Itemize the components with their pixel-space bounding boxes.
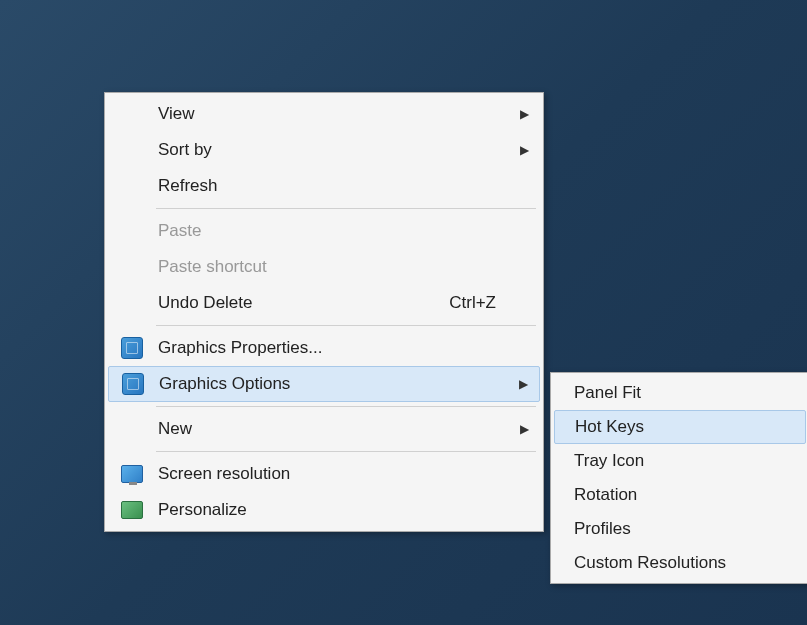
menu-label: Personalize <box>152 500 516 520</box>
menu-separator <box>156 208 536 209</box>
menu-item-graphics-options[interactable]: Graphics Options ▶ <box>108 366 540 402</box>
menu-label: Tray Icon <box>574 451 798 471</box>
submenu-item-tray-icon[interactable]: Tray Icon <box>554 444 806 478</box>
menu-item-screen-resolution[interactable]: Screen resolution <box>108 456 540 492</box>
menu-label: Graphics Options <box>153 374 515 394</box>
intel-graphics-icon <box>112 337 152 359</box>
menu-label: Graphics Properties... <box>152 338 516 358</box>
submenu-item-hot-keys[interactable]: Hot Keys <box>554 410 806 444</box>
menu-label: View <box>152 104 516 124</box>
menu-item-refresh[interactable]: Refresh <box>108 168 540 204</box>
menu-label: New <box>152 419 516 439</box>
menu-label: Screen resolution <box>152 464 516 484</box>
personalize-icon <box>112 501 152 519</box>
menu-item-sort-by[interactable]: Sort by ▶ <box>108 132 540 168</box>
menu-label: Profiles <box>574 519 798 539</box>
menu-item-paste: Paste <box>108 213 540 249</box>
menu-label: Rotation <box>574 485 798 505</box>
submenu-arrow-icon: ▶ <box>516 422 532 436</box>
menu-label: Paste <box>152 221 516 241</box>
menu-separator <box>156 451 536 452</box>
menu-label: Sort by <box>152 140 516 160</box>
menu-item-new[interactable]: New ▶ <box>108 411 540 447</box>
menu-item-view[interactable]: View ▶ <box>108 96 540 132</box>
menu-label: Refresh <box>152 176 516 196</box>
intel-graphics-icon <box>113 373 153 395</box>
graphics-options-submenu: Panel Fit Hot Keys Tray Icon Rotation Pr… <box>550 372 807 584</box>
display-icon <box>112 465 152 483</box>
menu-item-paste-shortcut: Paste shortcut <box>108 249 540 285</box>
submenu-arrow-icon: ▶ <box>515 377 531 391</box>
submenu-item-custom-resolutions[interactable]: Custom Resolutions <box>554 546 806 580</box>
menu-item-undo-delete[interactable]: Undo Delete Ctrl+Z <box>108 285 540 321</box>
menu-separator <box>156 325 536 326</box>
desktop-context-menu: View ▶ Sort by ▶ Refresh Paste Paste sho… <box>104 92 544 532</box>
menu-label: Custom Resolutions <box>574 553 798 573</box>
submenu-item-profiles[interactable]: Profiles <box>554 512 806 546</box>
menu-item-personalize[interactable]: Personalize <box>108 492 540 528</box>
menu-label: Panel Fit <box>574 383 798 403</box>
keyboard-shortcut: Ctrl+Z <box>449 293 516 313</box>
submenu-arrow-icon: ▶ <box>516 143 532 157</box>
menu-item-graphics-properties[interactable]: Graphics Properties... <box>108 330 540 366</box>
menu-separator <box>156 406 536 407</box>
submenu-item-rotation[interactable]: Rotation <box>554 478 806 512</box>
submenu-item-panel-fit[interactable]: Panel Fit <box>554 376 806 410</box>
submenu-arrow-icon: ▶ <box>516 107 532 121</box>
menu-label: Undo Delete <box>152 293 449 313</box>
menu-label: Hot Keys <box>575 417 797 437</box>
menu-label: Paste shortcut <box>152 257 516 277</box>
